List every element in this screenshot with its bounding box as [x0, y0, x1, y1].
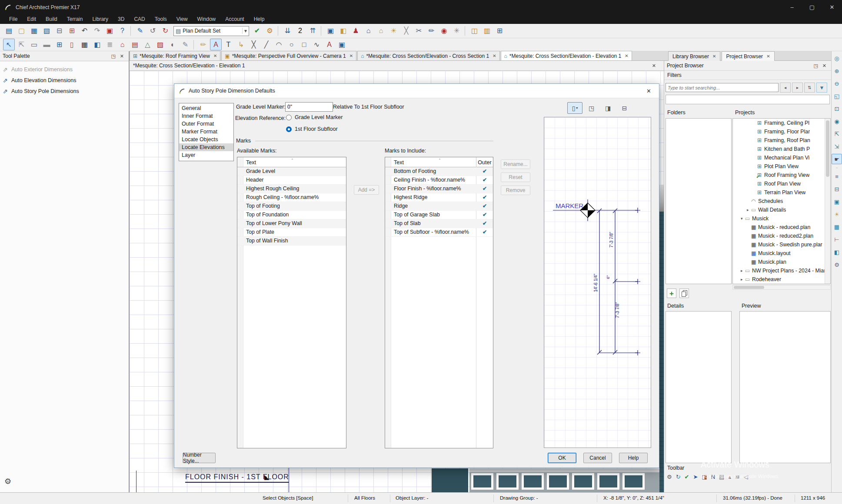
full-camera-icon[interactable]: ▣ — [325, 25, 336, 37]
hatch-tool-icon[interactable]: ▨ — [154, 39, 166, 50]
cad-block-icon[interactable]: ▣ — [336, 39, 348, 50]
panel-tab[interactable]: Library Browser ✕ — [668, 51, 720, 61]
adjust-materials-icon[interactable]: ✳ — [451, 25, 463, 37]
pb-refresh-icon[interactable]: ↻ — [676, 474, 681, 480]
marks-to-include-list[interactable]: Text ˆ Outer Bottom of Footing ✔ Ceiling… — [385, 157, 493, 448]
include-mark-row[interactable]: Ridge ✔ — [385, 202, 493, 211]
available-mark-row[interactable]: Highest Rough Ceiling — [237, 185, 346, 193]
dialog-nav-item[interactable]: Layer — [179, 151, 233, 159]
include-mark-row[interactable]: Top of Slab ✔ — [385, 219, 493, 228]
rich-text-icon[interactable]: A — [210, 39, 222, 50]
project-tree-item[interactable]: ◠ Schedules ✔ — [733, 197, 830, 206]
project-tree-item[interactable]: ▦ Musick.plan ✔ — [733, 258, 830, 266]
float-panel-icon[interactable]: ◳ — [811, 63, 820, 69]
dialog-nav-item[interactable]: Locate Elevations — [179, 143, 233, 151]
filter-value-box[interactable] — [666, 95, 830, 104]
add-folder-button[interactable]: + — [667, 288, 676, 298]
project-tree-item[interactable]: ▦ Musick.layout ✔ — [733, 249, 830, 258]
cabinet-tool-icon[interactable]: ▦ — [79, 39, 90, 50]
elevation-view-icon[interactable]: ⌂ — [363, 25, 374, 37]
roof-tool-icon[interactable]: ⌂ — [116, 39, 128, 50]
fixture-tool-icon[interactable]: ◧ — [91, 39, 103, 50]
outer-checkmark-icon[interactable]: ✔ — [476, 219, 493, 228]
project-tree-item[interactable]: ▸ ▭ NW Project Plans - 2024 - Miar ✔ — [733, 266, 830, 275]
available-mark-row[interactable]: Top of Foundation — [237, 211, 346, 219]
project-tree-item[interactable]: ▸ ▭ Rodeheaver ✔ — [733, 275, 830, 284]
available-mark-row[interactable]: Rough Ceiling - %floor.name% — [237, 193, 346, 202]
eyedropper-icon[interactable]: ✎ — [180, 39, 191, 50]
project-tree-item[interactable]: ⊞ Mechanical Plan Vi ✔ — [733, 153, 830, 162]
document-tab[interactable]: ⌂ *Mesquite: Cross Section/Elevation - E… — [501, 51, 632, 60]
dialog-nav-item[interactable]: Outer Format — [179, 120, 233, 128]
dimension-text-icon[interactable]: A — [323, 39, 335, 50]
window-tool-icon[interactable]: ⊞ — [53, 39, 65, 50]
overview-icon[interactable]: ⌂ — [375, 25, 387, 37]
include-mark-row[interactable]: Bottom of Footing ✔ — [385, 167, 493, 176]
document-tab[interactable]: ⊞ *Mesquite: Roof Framing View ✕ — [130, 51, 220, 60]
pane-fill-window-button[interactable]: ◳ ▾ — [584, 102, 599, 114]
selected-object-tools-icon[interactable]: ◎ — [832, 53, 842, 63]
spline-tool-icon[interactable]: ∿ — [311, 39, 323, 50]
save-icon[interactable]: ▦ — [28, 25, 40, 37]
dialog-footer-button[interactable]: Cancel — [583, 453, 612, 463]
circle-tool-icon[interactable]: ○ — [286, 39, 297, 50]
dialog-nav-item[interactable]: General — [179, 104, 233, 112]
print-icon[interactable]: ⊟ — [53, 25, 65, 37]
edit-area-icon[interactable]: ✂ — [413, 25, 425, 37]
menu-item[interactable]: 3D — [113, 14, 129, 24]
toolbar-divider[interactable]: ┄ — [832, 166, 842, 170]
sun-icon[interactable]: ☀ — [388, 25, 399, 37]
project-tree-item[interactable]: ⊞ Framing, Roof Plan ✔ — [733, 136, 830, 145]
tree-expand-icon[interactable]: ▸ — [741, 277, 745, 282]
undo-icon[interactable]: ↶ — [79, 25, 90, 37]
default-set-dropdown[interactable]: ▤ Plan Default Set ▾ — [173, 26, 249, 36]
project-tree-item[interactable]: ▦ Musick - Swedish pure.plar ✔ — [733, 240, 830, 249]
stairs-tool-icon[interactable]: ≣ — [104, 39, 116, 50]
arc-tool-icon[interactable]: ◠ — [273, 39, 285, 50]
outer-checkmark-icon[interactable]: ✔ — [476, 167, 493, 176]
list-header[interactable]: Text ˆ Outer — [385, 157, 493, 167]
available-mark-row[interactable]: Top of Wall Finish — [237, 237, 346, 245]
outer-column-header[interactable]: Outer — [476, 157, 493, 167]
filter-funnel-icon[interactable]: ▼ — [816, 83, 827, 93]
line-tool-icon[interactable]: ╱ — [260, 39, 272, 50]
tab-close-icon[interactable]: ✕ — [625, 53, 628, 58]
menu-item[interactable]: Build — [41, 14, 62, 24]
send-to-layout-icon[interactable]: ▥ — [481, 25, 493, 37]
center-view-icon[interactable]: ◉ — [832, 116, 842, 126]
project-tree-item[interactable]: ⊞ Kitchen and Bath P ✔ — [733, 145, 830, 153]
pb-pin-icon[interactable]: ➤ — [693, 474, 698, 480]
dialog-nav-item[interactable]: Locate Objects — [179, 136, 233, 143]
pb-shield-check-icon[interactable]: ✔ — [685, 474, 689, 480]
outer-checkmark-icon[interactable]: ✔ — [476, 176, 493, 184]
project-tree-item[interactable]: ▦ Musick - reduced.plan ✔ — [733, 223, 830, 232]
dialog-close-icon[interactable]: ✕ — [643, 88, 655, 94]
print-layout-icon[interactable]: ⊞ — [66, 25, 78, 37]
section-tool-icon[interactable]: ⊟ — [832, 184, 842, 194]
project-tree-item[interactable]: ⊞ Terrain Plan View ✔ — [733, 188, 830, 197]
leader-line-text-icon[interactable]: ↳ — [235, 39, 247, 50]
include-mark-row[interactable]: Highest Ridge ✔ — [385, 193, 493, 202]
radio-1st-floor-subfloor[interactable]: 1st Floor Subfloor — [286, 126, 338, 132]
preferences-wrench-icon[interactable]: ⚙ — [264, 25, 276, 37]
tab-close-icon[interactable]: ✕ — [213, 53, 217, 58]
prev-result-icon[interactable]: ◂ — [780, 83, 791, 93]
menu-item[interactable]: Window — [193, 14, 221, 24]
menu-item[interactable]: Tools — [150, 14, 172, 24]
number-style-button[interactable]: Number Style... — [183, 453, 216, 463]
toolbar-icon[interactable] — [130, 26, 132, 36]
outer-checkmark-icon[interactable]: ✔ — [476, 202, 493, 210]
save-as-icon[interactable]: ▧ — [41, 25, 53, 37]
project-tree-item[interactable]: ▦ Musick - reduced2.plan ✔ — [733, 232, 830, 240]
dialog-nav-item[interactable]: Marker Format — [179, 128, 233, 136]
toolbar-icon[interactable] — [465, 26, 466, 36]
select-similar-icon[interactable]: ⇱ — [16, 39, 27, 50]
tool-palette-item[interactable]: ⇗ Auto Elevation Dimensions — [0, 75, 129, 86]
select-objects-icon[interactable]: ↖ — [3, 39, 15, 50]
search-input[interactable] — [666, 83, 779, 92]
blend-colors-icon[interactable]: ◐ — [167, 39, 179, 50]
tree-expand-icon[interactable]: ▸ — [741, 269, 745, 273]
draw-x-icon[interactable]: ╳ — [248, 39, 260, 50]
filters-section-header[interactable]: Filters — [664, 71, 831, 80]
wall-tool-icon[interactable]: ▬ — [41, 39, 53, 50]
